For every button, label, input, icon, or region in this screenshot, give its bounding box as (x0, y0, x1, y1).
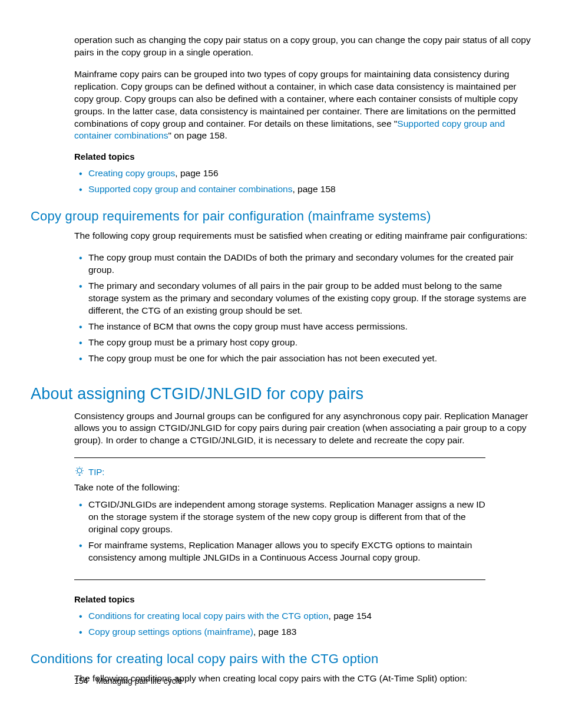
related-topics-heading-2: Related topics (74, 594, 533, 604)
related-topics-list-2: Conditions for creating local copy pairs… (74, 610, 533, 638)
list-item: Supported copy group and container combi… (88, 183, 533, 196)
list-item: The primary and secondary volumes of all… (88, 280, 533, 317)
tip-header: TIP: (74, 466, 485, 477)
list-item: Conditions for creating local copy pairs… (88, 610, 533, 622)
list-item: For mainframe systems, Replication Manag… (88, 539, 485, 564)
page-number: 154 (74, 676, 88, 686)
list-item: CTGID/JNLGIDs are independent among stor… (88, 499, 485, 536)
list-item: The copy group must be one for which the… (88, 353, 533, 365)
list-item: The instance of BCM that owns the copy g… (88, 321, 533, 333)
intro-paragraph-2: Mainframe copy pairs can be grouped into… (74, 68, 533, 143)
link-suffix: , page 156 (175, 168, 218, 178)
tip-bullet-list: CTGID/JNLGIDs are independent among stor… (74, 499, 485, 564)
list-item: The copy group must be a primary host co… (88, 337, 533, 349)
section2-intro: Consistency groups and Journal groups ca… (74, 410, 533, 447)
tip-label: TIP: (88, 467, 105, 477)
svg-line-5 (77, 468, 77, 469)
link-suffix: , page 158 (292, 184, 335, 194)
svg-line-7 (77, 473, 77, 474)
svg-line-8 (82, 473, 82, 474)
heading-conditions-ctg: Conditions for creating local copy pairs… (31, 651, 533, 667)
intro-paragraph-1: operation such as changing the copy pair… (74, 34, 533, 59)
link-conditions-ctg[interactable]: Conditions for creating local copy pairs… (88, 611, 329, 621)
section1-bullet-list: The copy group must contain the DADIDs o… (74, 252, 533, 364)
svg-line-6 (82, 468, 82, 469)
list-item: Creating copy groups, page 156 (88, 167, 533, 180)
svg-point-0 (77, 469, 82, 473)
link-supported-combinations-2[interactable]: Supported copy group and container combi… (88, 184, 292, 194)
link-copy-group-settings-mainframe[interactable]: Copy group settings options (mainframe) (88, 627, 253, 637)
heading-copy-group-requirements: Copy group requirements for pair configu… (31, 209, 533, 224)
list-item: The copy group must contain the DADIDs o… (88, 252, 533, 276)
related-topics-list-1: Creating copy groups, page 156 Supported… (74, 167, 533, 196)
link-suffix: , page 183 (253, 627, 296, 637)
tip-block: TIP: Take note of the following: CTGID/J… (74, 457, 485, 580)
section1-intro: The following copy group requirements mu… (74, 230, 533, 242)
page-footer: 154Managing pair life cycle (74, 676, 183, 686)
link-suffix: , page 154 (329, 611, 372, 621)
heading-about-assigning-ctgid: About assigning CTGID/JNLGID for copy pa… (31, 385, 533, 403)
related-topics-heading-1: Related topics (74, 151, 533, 162)
list-item: Copy group settings options (mainframe),… (88, 626, 533, 638)
lightbulb-icon (74, 466, 85, 477)
link-creating-copy-groups[interactable]: Creating copy groups (88, 168, 175, 178)
tip-intro: Take note of the following: (74, 482, 485, 494)
chapter-title: Managing pair life cycle (96, 676, 182, 686)
intro-p2-text-b: " on page 158. (168, 130, 227, 140)
